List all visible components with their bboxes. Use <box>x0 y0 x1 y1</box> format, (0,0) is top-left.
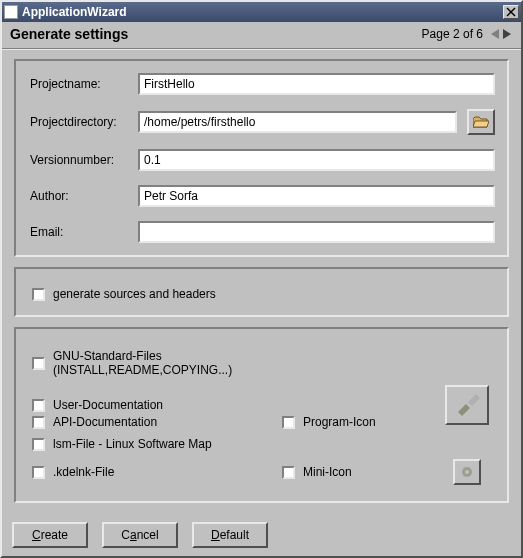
close-button[interactable] <box>503 5 519 19</box>
content-area: Projectname: Projectdirectory: Versionnu… <box>2 49 521 514</box>
next-page-arrow[interactable] <box>501 28 513 40</box>
window-title: ApplicationWizard <box>22 5 503 19</box>
projectdirectory-input[interactable] <box>138 111 457 133</box>
kdelnk-file-checkbox[interactable] <box>32 466 45 479</box>
program-icon-button[interactable] <box>445 385 489 425</box>
browse-directory-button[interactable] <box>467 109 495 135</box>
lsm-row: lsm-File - Linux Software Map <box>32 437 495 451</box>
triangle-right-icon <box>503 29 511 39</box>
svg-marker-3 <box>503 29 511 39</box>
author-row: Author: <box>28 185 495 207</box>
svg-point-7 <box>465 470 469 474</box>
lsm-file-label: lsm-File - Linux Software Map <box>53 437 212 451</box>
projectname-input[interactable] <box>138 73 495 95</box>
default-button[interactable]: Default <box>192 522 268 548</box>
close-icon <box>506 7 516 17</box>
gnu-row: GNU-Standard-Files (INSTALL,README,COPYI… <box>32 349 495 377</box>
wizard-header: Generate settings Page 2 of 6 <box>2 22 521 49</box>
lsm-file-checkbox[interactable] <box>32 438 45 451</box>
folder-open-icon <box>473 115 489 129</box>
generate-sources-label: generate sources and headers <box>53 287 216 301</box>
fields-panel: Projectname: Projectdirectory: Versionnu… <box>14 59 509 257</box>
email-label: Email: <box>28 225 138 239</box>
program-icon-label: Program-Icon <box>303 415 376 429</box>
system-menu-icon[interactable] <box>4 5 18 19</box>
page-indicator: Page 2 of 6 <box>422 27 483 41</box>
projectdirectory-label: Projectdirectory: <box>28 115 138 129</box>
program-icon-checkbox[interactable] <box>282 416 295 429</box>
kdelnk-file-label: .kdelnk-File <box>53 465 114 479</box>
versionnumber-label: Versionnumber: <box>28 153 138 167</box>
titlebar: ApplicationWizard <box>2 2 521 22</box>
apidoc-row: API-Documentation Program-Icon <box>32 415 495 429</box>
kdelnk-row: .kdelnk-File Mini-Icon <box>32 459 495 485</box>
email-input[interactable] <box>138 221 495 243</box>
svg-marker-5 <box>473 121 489 127</box>
projectdirectory-row: Projectdirectory: <box>28 109 495 135</box>
mini-icon-button[interactable] <box>453 459 481 485</box>
gensrc-panel: generate sources and headers <box>14 267 509 317</box>
api-documentation-label: API-Documentation <box>53 415 157 429</box>
prev-page-arrow[interactable] <box>489 28 501 40</box>
svg-marker-2 <box>491 29 499 39</box>
email-row: Email: <box>28 221 495 243</box>
triangle-left-icon <box>491 29 499 39</box>
author-input[interactable] <box>138 185 495 207</box>
gear-icon <box>460 465 474 479</box>
wizard-window: ApplicationWizard Generate settings Page… <box>0 0 523 558</box>
gnu-standard-files-label: GNU-Standard-Files (INSTALL,README,COPYI… <box>53 349 282 377</box>
author-label: Author: <box>28 189 138 203</box>
create-button[interactable]: Create <box>12 522 88 548</box>
projectname-row: Projectname: <box>28 73 495 95</box>
api-documentation-checkbox[interactable] <box>32 416 45 429</box>
versionnumber-input[interactable] <box>138 149 495 171</box>
page-title: Generate settings <box>10 26 422 42</box>
user-documentation-label: User-Documentation <box>53 398 163 412</box>
generate-sources-row: generate sources and headers <box>32 287 495 301</box>
cancel-button[interactable]: Cancel <box>102 522 178 548</box>
versionnumber-row: Versionnumber: <box>28 149 495 171</box>
mini-icon-label: Mini-Icon <box>303 465 352 479</box>
gnu-standard-files-checkbox[interactable] <box>32 357 45 370</box>
brush-icon <box>454 394 480 416</box>
options-panel: GNU-Standard-Files (INSTALL,README,COPYI… <box>14 327 509 503</box>
mini-icon-checkbox[interactable] <box>282 466 295 479</box>
projectname-label: Projectname: <box>28 77 138 91</box>
user-documentation-checkbox[interactable] <box>32 399 45 412</box>
dialog-buttons: Create Cancel Default <box>2 514 521 556</box>
generate-sources-checkbox[interactable] <box>32 288 45 301</box>
